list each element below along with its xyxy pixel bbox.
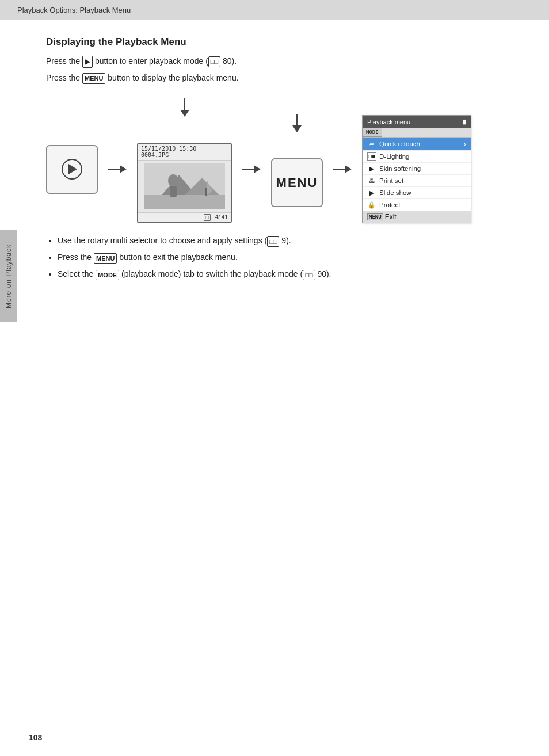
screen-image <box>138 161 231 212</box>
menu-exit-text: Exit <box>385 213 396 221</box>
menu-item-quick-retouch[interactable]: ➦ Quick retouch › <box>363 138 471 151</box>
protect-icon: 🔒 <box>367 201 376 209</box>
ref-icon-2: □□ <box>267 236 279 247</box>
menu-exit-row: MENU Exit <box>363 211 471 223</box>
playback-button-icon: ▶ <box>82 56 93 68</box>
quick-retouch-icon: ➦ <box>367 140 376 148</box>
svg-point-6 <box>168 174 178 187</box>
diagram-area: 15/11/2010 15:30 0004.JPG <box>46 98 520 223</box>
menu-exit-key: MENU <box>367 213 383 220</box>
skin-softening-icon: ▶ <box>367 165 376 173</box>
arrow-2 <box>242 148 261 173</box>
screen-date: 15/11/2010 15:30 <box>141 146 228 152</box>
menu-item-slide-show[interactable]: ▶ Slide show <box>363 187 471 199</box>
landscape-svg <box>144 163 225 209</box>
bullet-list: Use the rotary multi selector to choose … <box>58 235 520 280</box>
camera-screen: 15/11/2010 15:30 0004.JPG <box>137 143 232 223</box>
camera-playback-step <box>46 128 98 194</box>
header-text: Playback Options: Playback Menu <box>17 6 131 14</box>
menu-item-label-print-set: Print set <box>379 177 403 184</box>
intro-line-2: Press the MENU button to display the pla… <box>46 71 520 84</box>
playback-menu-panel: Playback menu ▮ MODE ➦ Quick retouch › D… <box>362 115 471 223</box>
side-tab: More on Playback <box>0 230 17 322</box>
screen-filename: 0004.JPG <box>141 152 228 158</box>
screen-bottom-info: □ 4/ 41 <box>138 212 231 222</box>
ref-icon-1: □□ <box>208 56 220 68</box>
dlighting-icon: D■ <box>367 152 376 161</box>
print-set-icon: 🖶 <box>367 177 376 185</box>
menu-item-label-dlighting: D-Lighting <box>379 153 409 160</box>
menu-item-dlighting[interactable]: D■ D-Lighting <box>363 151 471 163</box>
menu-title-row: Playback menu ▮ <box>363 116 471 128</box>
screen-small-icon: □ <box>204 214 210 221</box>
slide-show-icon: ▶ <box>367 189 376 197</box>
page-header: Playback Options: Playback Menu <box>0 0 549 20</box>
side-tab-label: More on Playback <box>5 244 13 308</box>
menu-item-label-protect: Protect <box>379 201 400 208</box>
menu-item-protect[interactable]: 🔒 Protect <box>363 199 471 211</box>
svg-rect-4 <box>205 188 207 196</box>
menu-button-step: MENU <box>271 114 323 207</box>
ref-icon-3: □□ <box>303 270 315 281</box>
playback-menu-step: Playback menu ▮ MODE ➦ Quick retouch › D… <box>362 98 471 223</box>
menu-item-label-slide-show: Slide show <box>379 189 411 196</box>
screen-count: 4/ 41 <box>215 214 228 220</box>
camera-box <box>46 145 98 194</box>
menu-item-dot: › <box>463 139 466 148</box>
arrow-3 <box>333 148 352 173</box>
intro-line-1: Press the ▶ button to enter playback mod… <box>46 55 520 68</box>
menu-tab-row: MODE <box>363 128 471 138</box>
bullet-item-2: Press the MENU button to exit the playba… <box>58 251 520 264</box>
menu-battery-icon: ▮ <box>463 118 466 125</box>
menu-inline-icon-2: MENU <box>94 253 117 264</box>
svg-rect-7 <box>170 186 177 197</box>
arrow-1 <box>108 148 127 173</box>
bullet-item-1: Use the rotary multi selector to choose … <box>58 235 520 247</box>
menu-item-label-skin-softening: Skin softening <box>379 165 421 172</box>
section-title: Displaying the Playback Menu <box>46 36 520 48</box>
svg-rect-1 <box>144 195 225 209</box>
play-button-icon <box>62 159 82 180</box>
bullet-item-3: Select the MODE (playback mode) tab to s… <box>58 268 520 280</box>
menu-inline-icon: MENU <box>82 73 105 85</box>
menu-button-box: MENU <box>271 158 323 207</box>
menu-item-skin-softening[interactable]: ▶ Skin softening <box>363 163 471 175</box>
menu-mode-tab: MODE <box>363 128 382 137</box>
menu-button-label: MENU <box>276 175 318 190</box>
screen-top-bar: 15/11/2010 15:30 0004.JPG <box>138 144 231 161</box>
play-triangle-icon <box>68 164 77 174</box>
camera-screen-step: 15/11/2010 15:30 0004.JPG <box>137 98 232 223</box>
menu-item-print-set[interactable]: 🖶 Print set <box>363 175 471 187</box>
menu-title: Playback menu <box>367 119 410 125</box>
mode-inline-icon: MODE <box>96 270 119 281</box>
page-number: 108 <box>29 733 42 742</box>
menu-item-label-quick-retouch: Quick retouch <box>379 140 420 147</box>
